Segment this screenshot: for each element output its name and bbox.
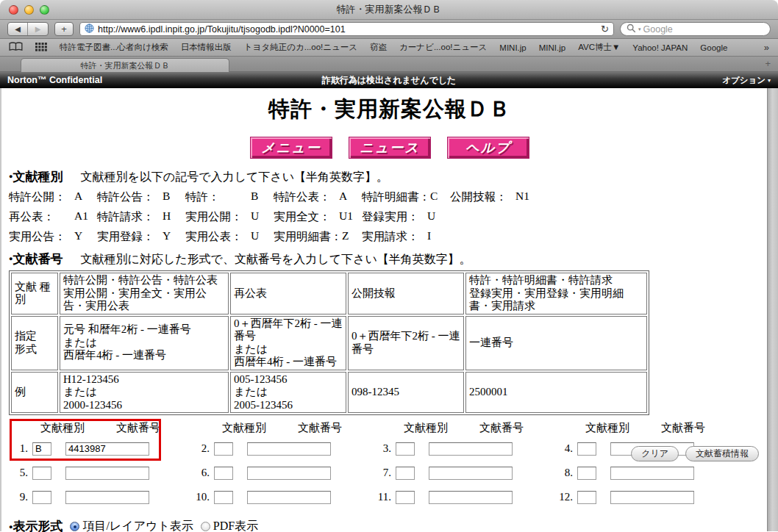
doc-type-input-2[interactable] xyxy=(214,442,233,456)
top-sites-grid-icon[interactable] xyxy=(35,43,47,53)
doc-number-format-table: 文献 種別 特許公開・特許公告・特許公表 実用公開・実用全文・実用公告・実用公表… xyxy=(9,270,649,415)
bookmark-item[interactable]: 窃盗 xyxy=(370,42,387,53)
bookmark-item[interactable]: MINI.jp xyxy=(499,43,526,52)
doc-type-input-6[interactable] xyxy=(214,467,233,480)
code-label: 特許： xyxy=(185,190,251,205)
doc-type-input-1[interactable] xyxy=(32,442,51,456)
bookmarks-bar: 特許電子図書...心者向け検索 日本情報出版 トヨタ純正のカ...oo!ニュース… xyxy=(0,39,778,57)
doc-slot-8: 8. xyxy=(554,461,735,485)
menu-button[interactable]: メニュー xyxy=(250,137,332,159)
doc-number-input-7[interactable] xyxy=(429,467,513,480)
vertical-scrollbar[interactable] xyxy=(767,88,778,531)
forward-button[interactable]: ▶ xyxy=(28,23,48,35)
doc-type-input-9[interactable] xyxy=(32,491,51,504)
norton-status: 詐欺行為は検出されませんでした xyxy=(0,74,778,87)
code-value: U xyxy=(251,229,259,245)
url-input[interactable] xyxy=(98,24,597,35)
doc-type-input-11[interactable] xyxy=(396,491,415,504)
doc-slot-2: 2. xyxy=(190,436,372,461)
code-label: 実用明細書： xyxy=(274,229,342,245)
doc-number-input-11[interactable] xyxy=(429,491,513,504)
col-header-doc-number: 文献番号 xyxy=(460,421,543,436)
help-button[interactable]: ヘルプ xyxy=(447,137,529,159)
search-input[interactable] xyxy=(643,24,764,35)
bookmark-item[interactable]: トヨタ純正のカ...oo!ニュース xyxy=(244,42,357,53)
norton-options-button[interactable]: オプション ▾ xyxy=(722,75,771,86)
doc-number-input-2[interactable] xyxy=(247,442,331,456)
globe-icon xyxy=(85,23,94,36)
table-row-label: 指定 形式 xyxy=(11,316,58,370)
code-value: H xyxy=(163,209,171,225)
radio-pdf-display[interactable] xyxy=(201,522,210,531)
col-header-doc-number: 文献番号 xyxy=(97,421,179,436)
doc-slot-6: 6. xyxy=(190,461,372,485)
doc-number-input-6[interactable] xyxy=(247,467,331,480)
news-button[interactable]: ニュース xyxy=(349,137,431,159)
nav-button-row: メニュー ニュース ヘルプ xyxy=(1,137,778,159)
doc-slot-9: 9. xyxy=(9,485,190,509)
tab-active[interactable]: 特許・実用新案公報ＤＢ xyxy=(21,58,229,72)
reload-icon[interactable]: ↻ xyxy=(601,24,609,34)
doc-number-input-12[interactable] xyxy=(610,491,694,504)
bookmarks-book-icon[interactable] xyxy=(9,42,23,53)
code-value: A xyxy=(339,190,347,205)
bookmark-item[interactable]: Yahoo! JAPAN xyxy=(632,43,688,52)
doc-type-input-4[interactable] xyxy=(577,442,596,456)
code-label: 実用請求： xyxy=(362,229,427,245)
bookmark-item[interactable]: MINI.jp xyxy=(539,43,565,52)
code-value: Z xyxy=(342,229,349,245)
bookmark-item[interactable]: 特許電子図書...心者向け検索 xyxy=(60,42,168,53)
code-label: 実用全文： xyxy=(274,209,339,225)
doc-number-input-1[interactable] xyxy=(65,442,149,456)
code-label: 登録実用： xyxy=(362,209,427,225)
slot-number: 5. xyxy=(9,467,28,479)
doc-number-instruction: 文献種別に対応した形式で、文献番号を入力して下さい【半角英数字】。 xyxy=(80,253,471,265)
doc-type-input-12[interactable] xyxy=(577,491,596,504)
right-action-buttons: クリア 文献蓄積情報 xyxy=(631,446,759,461)
bookmark-item[interactable]: Google xyxy=(700,43,727,52)
table-cell: 公開技報 xyxy=(348,273,464,314)
doc-number-input-9[interactable] xyxy=(65,491,149,504)
bookmark-item[interactable]: カーナビ...oo!ニュース xyxy=(399,42,487,53)
doc-number-input-10[interactable] xyxy=(247,491,331,504)
doc-slot-12: 12. xyxy=(554,485,735,509)
doc-number-input-8[interactable] xyxy=(610,467,694,480)
doc-slot-10: 10. xyxy=(190,485,372,509)
add-bookmark-button[interactable]: + xyxy=(54,22,74,36)
radio-item-layout-display[interactable] xyxy=(70,522,79,531)
doc-type-input-7[interactable] xyxy=(396,467,415,480)
search-bar[interactable]: ▾ xyxy=(620,22,771,36)
close-button[interactable] xyxy=(9,5,18,15)
bookmark-item[interactable]: 日本情報出版 xyxy=(181,42,232,53)
doc-type-input-10[interactable] xyxy=(214,491,233,504)
code-value: I xyxy=(427,229,431,245)
doc-stock-info-button[interactable]: 文献蓄積情報 xyxy=(685,446,759,461)
slot-number: 8. xyxy=(554,467,573,479)
slot-number: 4. xyxy=(554,442,573,455)
doc-slot-1: 1. xyxy=(9,436,190,461)
radio-label: PDF表示 xyxy=(213,519,258,532)
doc-type-input-5[interactable] xyxy=(32,467,51,480)
browser-toolbar: ◀ ▶ + ↻ ▾ xyxy=(0,20,778,39)
zoom-button[interactable] xyxy=(40,5,49,15)
address-bar[interactable]: ↻ xyxy=(79,22,614,36)
bookmark-folder[interactable]: AVC博士▼ xyxy=(578,42,620,53)
slot-number: 11. xyxy=(372,491,391,503)
doc-type-input-3[interactable] xyxy=(396,442,415,456)
doc-number-input-5[interactable] xyxy=(65,467,149,480)
clear-button[interactable]: クリア xyxy=(631,446,679,461)
doc-number-input-3[interactable] xyxy=(429,442,513,456)
back-button[interactable]: ◀ xyxy=(8,23,28,35)
doc-type-heading-line: ●文献種別文献種別を以下の記号で入力して下さい【半角英数字】。 xyxy=(9,168,778,185)
table-cell: 特許公開・特許公告・特許公表 実用公開・実用全文・実用公告・実用公表 xyxy=(60,273,229,314)
new-tab-button[interactable]: + xyxy=(765,58,771,69)
slot-number: 6. xyxy=(190,467,210,479)
bookmarks-overflow-chevron-icon[interactable]: » xyxy=(764,42,769,53)
page-content: 特許・実用新案公報ＤＢ メニュー ニュース ヘルプ ●文献種別文献種別を以下の記… xyxy=(0,88,778,531)
history-nav: ◀ ▶ xyxy=(7,22,49,36)
search-options-arrow-icon[interactable]: ▾ xyxy=(638,26,641,32)
page-title: 特許・実用新案公報ＤＢ xyxy=(1,88,778,124)
doc-type-input-8[interactable] xyxy=(577,467,596,480)
minimize-button[interactable] xyxy=(24,5,34,15)
slot-number: 2. xyxy=(190,442,210,455)
